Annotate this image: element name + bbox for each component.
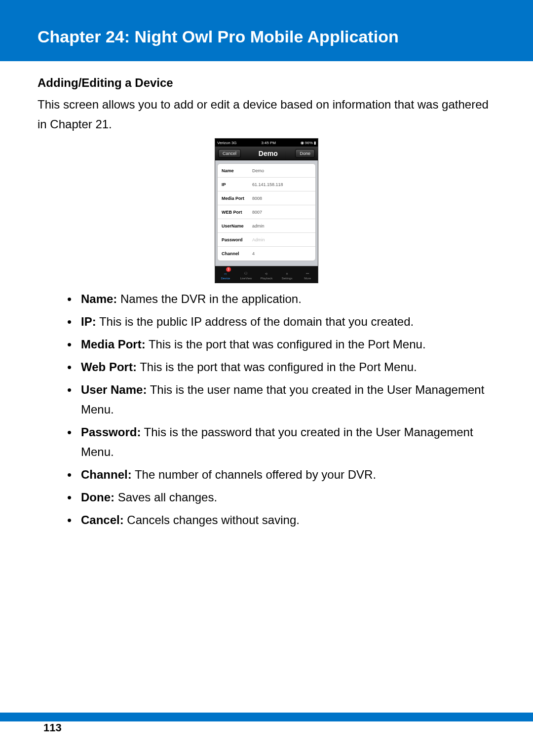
term: User Name: bbox=[81, 383, 147, 396]
definition-item: Channel: The number of channels offered … bbox=[67, 465, 495, 488]
form-row[interactable]: UserNameadmin bbox=[218, 219, 315, 233]
page-content: Adding/Editing a Device This screen allo… bbox=[0, 61, 533, 533]
settings-icon: ✕ bbox=[284, 270, 291, 276]
field-label: WEB Port bbox=[222, 210, 252, 215]
tab-label: More bbox=[304, 277, 311, 280]
tab-label: Settings bbox=[282, 277, 293, 280]
description: Names the DVR in the application. bbox=[117, 292, 302, 305]
chapter-title: Chapter 24: Night Owl Pro Mobile Applica… bbox=[0, 24, 533, 49]
tab-liveview[interactable]: 🖵LiveView bbox=[236, 266, 257, 283]
field-value[interactable]: 8007 bbox=[252, 210, 262, 215]
description: This is the public IP address of the dom… bbox=[96, 315, 414, 328]
field-label: Name bbox=[222, 168, 252, 173]
definition-item: Cancel: Cancels changes without saving. bbox=[67, 510, 495, 533]
definition-item: Done: Saves all changes. bbox=[67, 488, 495, 510]
definition-item: Password: This is the password that you … bbox=[67, 422, 495, 465]
section-heading: Adding/Editing a Device bbox=[38, 76, 495, 90]
nav-bar: Cancel Demo Done bbox=[215, 147, 318, 160]
battery-label: ◉ 96% ▮ bbox=[301, 141, 316, 145]
definition-item: IP: This is the public IP address of the… bbox=[67, 312, 495, 335]
tab-device[interactable]: ▭Device3 bbox=[215, 266, 236, 283]
tab-label: Playback bbox=[261, 277, 272, 280]
description: This is the port that was configured in … bbox=[137, 360, 417, 374]
form-row[interactable]: IP61.141.158.118 bbox=[218, 178, 315, 191]
tab-label: LiveView bbox=[240, 277, 252, 280]
more-icon: ••• bbox=[304, 270, 311, 276]
field-value[interactable]: Admin bbox=[252, 237, 265, 242]
description: This is the port that was configured in … bbox=[146, 338, 426, 351]
clock-label: 3:45 PM bbox=[261, 141, 276, 145]
definition-item: Media Port: This is the port that was co… bbox=[67, 335, 495, 357]
definition-item: Web Port: This is the port that was conf… bbox=[67, 357, 495, 380]
form-row[interactable]: Channel4 bbox=[218, 247, 315, 261]
form-row[interactable]: NameDemo bbox=[218, 164, 315, 178]
cancel-button[interactable]: Cancel bbox=[218, 149, 241, 158]
form-row[interactable]: WEB Port8007 bbox=[218, 205, 315, 219]
chapter-header: Chapter 24: Night Owl Pro Mobile Applica… bbox=[0, 0, 533, 61]
status-bar: Verizon 3G 3:45 PM ◉ 96% ▮ bbox=[215, 139, 318, 147]
field-value[interactable]: 8008 bbox=[252, 196, 262, 201]
form-row[interactable]: Media Port8008 bbox=[218, 191, 315, 205]
description: Cancels changes without saving. bbox=[124, 513, 300, 527]
tab-settings[interactable]: ✕Settings bbox=[277, 266, 298, 283]
playback-icon: ⟲ bbox=[263, 270, 270, 276]
description: Saves all changes. bbox=[114, 491, 217, 504]
term: Media Port: bbox=[81, 338, 146, 351]
definition-item: User Name: This is the user name that yo… bbox=[67, 380, 495, 422]
definitions-list: Name: Names the DVR in the application.I… bbox=[38, 289, 495, 533]
tab-label: Device bbox=[221, 277, 230, 280]
field-label: Password bbox=[222, 237, 252, 242]
tab-playback[interactable]: ⟲Playback bbox=[256, 266, 277, 283]
description: The number of channels offered by your D… bbox=[132, 468, 376, 481]
device-form: NameDemoIP61.141.158.118Media Port8008WE… bbox=[215, 160, 318, 266]
term: Password: bbox=[81, 425, 141, 439]
term: Cancel: bbox=[81, 513, 124, 527]
term: Done: bbox=[81, 491, 114, 504]
term: Web Port: bbox=[81, 360, 137, 374]
term: IP: bbox=[81, 315, 96, 328]
tab-bar: ▭Device3🖵LiveView⟲Playback✕Settings•••Mo… bbox=[215, 266, 318, 283]
definition-item: Name: Names the DVR in the application. bbox=[67, 289, 495, 312]
field-label: Channel bbox=[222, 251, 252, 256]
field-label: Media Port bbox=[222, 196, 252, 201]
tab-more[interactable]: •••More bbox=[297, 266, 318, 283]
term: Name: bbox=[81, 292, 117, 305]
page-number: 113 bbox=[43, 721, 62, 734]
field-value[interactable]: admin bbox=[252, 224, 265, 228]
nav-title: Demo bbox=[259, 150, 278, 157]
carrier-label: Verizon 3G bbox=[217, 141, 237, 145]
done-button[interactable]: Done bbox=[295, 149, 315, 158]
badge: 3 bbox=[226, 267, 231, 272]
term: Channel: bbox=[81, 468, 132, 481]
phone-screenshot: Verizon 3G 3:45 PM ◉ 96% ▮ Cancel Demo D… bbox=[215, 138, 318, 283]
monitor-icon: 🖵 bbox=[242, 270, 249, 276]
field-label: IP bbox=[222, 182, 252, 187]
field-value[interactable]: 61.141.158.118 bbox=[252, 182, 283, 187]
field-label: UserName bbox=[222, 224, 252, 228]
field-value[interactable]: 4 bbox=[252, 251, 255, 256]
intro-paragraph: This screen allows you to add or edit a … bbox=[38, 95, 495, 134]
form-row[interactable]: PasswordAdmin bbox=[218, 233, 315, 247]
field-value[interactable]: Demo bbox=[252, 168, 264, 173]
footer-strip bbox=[0, 713, 533, 721]
